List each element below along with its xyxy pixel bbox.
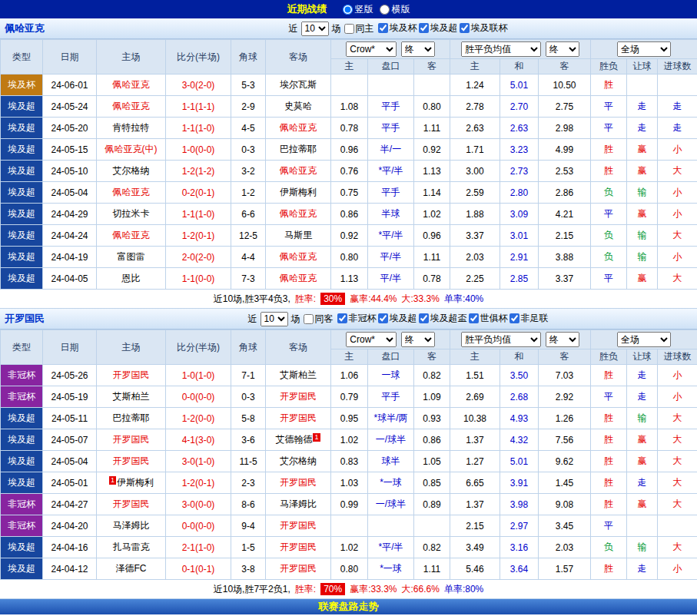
near-label: 近	[289, 22, 298, 35]
home-team-cell[interactable]: 开罗国民	[97, 451, 166, 472]
home-team-cell[interactable]: 艾斯柏兰	[97, 386, 166, 408]
same-venue-checkbox[interactable]	[304, 314, 314, 324]
league-filter[interactable]: 埃及联杯	[460, 22, 508, 35]
odds-provider-select[interactable]: Crow*	[346, 41, 397, 57]
recent-count-select[interactable]: 10	[301, 22, 329, 36]
horizontal-radio[interactable]	[380, 5, 390, 15]
odds-time-select[interactable]: 终	[401, 41, 435, 57]
match-row: 埃及超24-05-15佩哈亚克(中)1-0(0-0)0-3巴拉蒂耶0.96半/一…	[1, 139, 697, 161]
home-win-odds-cell: 2.59	[450, 182, 500, 204]
league-checkbox[interactable]	[460, 23, 470, 33]
home-team-cell[interactable]: 1伊斯梅利	[97, 472, 166, 494]
score-cell[interactable]: 2-1(1-0)	[166, 537, 231, 558]
same-venue-filter[interactable]: 同客	[304, 313, 334, 326]
score-cell[interactable]: 3-0(2-0)	[166, 75, 231, 96]
score-cell[interactable]: 1-2(0-0)	[166, 408, 231, 429]
league-filter[interactable]: 埃及杯	[378, 22, 417, 35]
odds-provider-select[interactable]: Crow*	[346, 332, 397, 347]
europe-time-select[interactable]: 终	[546, 332, 579, 347]
league-checkbox[interactable]	[509, 313, 519, 323]
away-team-cell[interactable]: 埃尔瓦斯	[266, 75, 331, 96]
score-cell[interactable]: 3-0(0-0)	[166, 494, 231, 515]
league-filter[interactable]: 埃及超	[419, 22, 458, 35]
away-team-cell[interactable]: 佩哈亚克	[266, 161, 331, 182]
score-cell[interactable]: 1-2(1-2)	[166, 161, 231, 182]
score-cell[interactable]: 1-0(1-0)	[166, 365, 231, 386]
league-checkbox[interactable]	[337, 313, 347, 323]
league-filter[interactable]: 埃及超盃	[419, 312, 467, 325]
home-team-cell[interactable]: 扎马雷克	[97, 537, 166, 558]
europe-time-select[interactable]: 终	[546, 41, 579, 57]
home-team-cell[interactable]: 佩哈亚克(中)	[97, 139, 166, 161]
away-team-cell[interactable]: 马泽姆比	[266, 494, 331, 515]
away-team-cell[interactable]: 巴拉蒂耶	[266, 139, 331, 161]
league-filter[interactable]: 非足联	[509, 312, 549, 325]
same-venue-checkbox[interactable]	[344, 24, 354, 34]
score-cell[interactable]: 1-2(0-1)	[166, 472, 231, 494]
score-cell[interactable]: 1-1(0-0)	[166, 268, 231, 290]
away-team-cell[interactable]: 开罗国民	[266, 537, 331, 558]
home-team-cell[interactable]: 佩哈亚克	[97, 182, 166, 204]
away-team-cell[interactable]: 开罗国民	[266, 515, 331, 537]
home-team-cell[interactable]: 切拉米卡	[97, 204, 166, 225]
away-team-cell[interactable]: 佩哈亚克	[266, 268, 331, 290]
away-team-cell[interactable]: 艾斯柏兰	[266, 365, 331, 386]
layout-radio-horizontal[interactable]: 横版	[380, 3, 410, 16]
league-checkbox[interactable]	[419, 23, 429, 33]
score-cell[interactable]: 1-1(1-0)	[166, 204, 231, 225]
score-cell[interactable]: 1-1(1-1)	[166, 96, 231, 118]
home-team-cell[interactable]: 泽德FC	[97, 558, 166, 580]
recent-count-select[interactable]: 10	[261, 312, 288, 326]
score-cell[interactable]: 1-0(0-0)	[166, 139, 231, 161]
away-team-cell[interactable]: 开罗国民	[266, 408, 331, 429]
away-team-cell[interactable]: 艾尔格纳	[266, 451, 331, 472]
league-filter[interactable]: 世俱杯	[469, 312, 508, 325]
europe-odds-select[interactable]: 胜平负均值	[461, 332, 541, 347]
layout-radio-vertical[interactable]: 竖版	[343, 3, 373, 16]
away-team-cell[interactable]: 开罗国民	[266, 558, 331, 580]
same-venue-filter[interactable]: 同主	[344, 22, 374, 35]
home-team-cell[interactable]: 恩比	[97, 268, 166, 290]
goals-result-cell: 大	[658, 225, 697, 247]
europe-odds-select[interactable]: 胜平负均值	[461, 41, 541, 57]
home-team-cell[interactable]: 巴拉蒂耶	[97, 408, 166, 429]
score-cell[interactable]: 2-0(2-0)	[166, 247, 231, 268]
home-team-cell[interactable]: 艾尔格纳	[97, 161, 166, 182]
away-team-cell[interactable]: 马斯里	[266, 225, 331, 247]
score-cell[interactable]: 1-1(1-0)	[166, 118, 231, 139]
score-cell[interactable]: 0-0(0-0)	[166, 515, 231, 537]
league-checkbox[interactable]	[378, 313, 388, 323]
away-team-cell[interactable]: 佩哈亚克	[266, 247, 331, 268]
league-checkbox[interactable]	[378, 23, 388, 33]
vertical-radio[interactable]	[343, 5, 353, 15]
away-team-cell[interactable]: 佩哈亚克	[266, 204, 331, 225]
score-cell[interactable]: 0-1(0-1)	[166, 558, 231, 580]
home-team-cell[interactable]: 马泽姆比	[97, 515, 166, 537]
away-team-cell[interactable]: 艾德翰德1	[266, 429, 331, 451]
fulltime-select[interactable]: 全场	[617, 41, 671, 57]
league-checkbox[interactable]	[469, 313, 479, 323]
away-team-cell[interactable]: 佩哈亚克	[266, 118, 331, 139]
away-team-cell[interactable]: 伊斯梅利	[266, 182, 331, 204]
home-team-cell[interactable]: 开罗国民	[97, 494, 166, 515]
home-team-cell[interactable]: 肯特拉特	[97, 118, 166, 139]
league-filter[interactable]: 非冠杯	[337, 312, 377, 325]
home-team-cell[interactable]: 开罗国民	[97, 429, 166, 451]
score-cell[interactable]: 1-2(0-1)	[166, 225, 231, 247]
home-team-cell[interactable]: 开罗国民	[97, 365, 166, 386]
away-team-cell[interactable]: 史莫哈	[266, 96, 331, 118]
home-team-cell[interactable]: 佩哈亚克	[97, 225, 166, 247]
odds-time-select[interactable]: 终	[401, 332, 435, 347]
league-filter[interactable]: 埃及超	[378, 312, 417, 325]
score-cell[interactable]: 3-0(1-0)	[166, 451, 231, 472]
score-cell[interactable]: 4-1(3-0)	[166, 429, 231, 451]
home-team-cell[interactable]: 佩哈亚克	[97, 96, 166, 118]
home-team-cell[interactable]: 富图雷	[97, 247, 166, 268]
league-checkbox[interactable]	[419, 313, 429, 323]
away-team-cell[interactable]: 开罗国民	[266, 472, 331, 494]
fulltime-select[interactable]: 全场	[617, 332, 671, 347]
score-cell[interactable]: 0-2(0-1)	[166, 182, 231, 204]
home-team-cell[interactable]: 佩哈亚克	[97, 75, 166, 96]
score-cell[interactable]: 0-0(0-0)	[166, 386, 231, 408]
away-team-cell[interactable]: 开罗国民	[266, 386, 331, 408]
